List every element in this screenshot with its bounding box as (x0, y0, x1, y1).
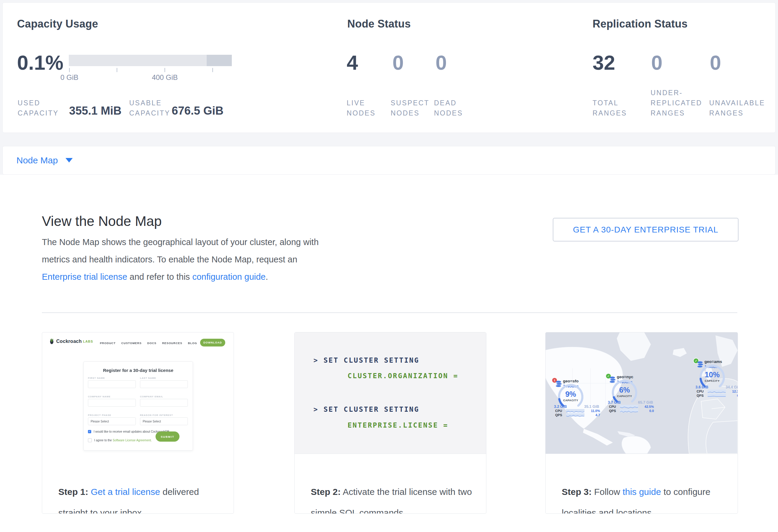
under-replicated-count: 0 (651, 52, 663, 73)
cluster-summary-card: Capacity Usage 0.1% 0 GiB 400 GiB USED C… (2, 2, 776, 133)
node-map-selector[interactable]: Node Map (16, 146, 73, 174)
step1-card: Cockroach LABS PRODUCT CUSTOMERS DOCS RE… (42, 332, 234, 514)
get-trial-license-link[interactable]: Get a trial license (91, 487, 160, 497)
capacity-total: 65.7 GiB (638, 400, 653, 404)
cpu-row: CPU 42.5% (609, 405, 654, 408)
code-line-3: > SET CLUSTER SETTING (313, 405, 419, 413)
step3-pre: Follow (592, 487, 622, 497)
step2-caption: Step 2: Activate the trial license with … (311, 481, 474, 514)
step3-prefix: Step 3: (562, 487, 592, 497)
code-line-4: ENTERPRISE.LICENSE = (347, 421, 448, 429)
locality-name: geo=ams (704, 359, 722, 364)
axis-tick (212, 68, 213, 72)
live-nodes-count: 4 (347, 52, 358, 73)
license-agree-text: I agree to the Software License Agreemen… (94, 439, 152, 442)
total-ranges-count: 32 (593, 52, 615, 73)
step1-prefix: Step 1: (58, 487, 88, 497)
trial-register-form: Register for a 30-day trial license FIRS… (83, 362, 193, 451)
last-name-field (140, 380, 188, 388)
field-label: COMPANY NAME (88, 395, 111, 398)
promo-description-text: and refer to this (127, 272, 192, 282)
qps-sparkline (566, 413, 585, 416)
step2-card: > SET CLUSTER SETTING CLUSTER.ORGANIZATI… (294, 332, 486, 514)
page-title: View the Node Map (42, 213, 162, 229)
sql-code-block: > SET CLUSTER SETTING CLUSTER.ORGANIZATI… (295, 332, 486, 454)
project-phase-select: Please Select (88, 417, 136, 425)
minisite-nav-item: BLOG (188, 341, 197, 345)
cpu-sparkline (566, 409, 585, 412)
qps-row: QPS 4.7 (555, 413, 600, 417)
capacity-label: CAPACITY (611, 395, 638, 398)
axis-tick (164, 68, 165, 72)
section-divider (42, 312, 737, 313)
capacity-total: 34.4 GiB (726, 385, 738, 389)
qps-label: QPS (609, 409, 616, 412)
code-prompt: > (313, 356, 319, 364)
dead-nodes-label: DEAD NODES (434, 98, 470, 118)
qps-value: 0.0 (649, 409, 654, 412)
software-license-link: Software License Agreement. (113, 439, 152, 442)
capacity-used-percent: 0.1% (17, 52, 63, 73)
cpu-row: CPU 12.3% (697, 390, 738, 393)
license-agree-checkbox-row: I agree to the Software License Agreemen… (88, 438, 152, 442)
axis-tick-label-0: 0 GiB (60, 73, 78, 82)
field-label: REASON FOR INTEREST (140, 414, 173, 416)
cpu-label: CPU (609, 405, 616, 408)
caret-down-icon (66, 158, 73, 162)
locality-name: geo=sfo (563, 379, 578, 383)
capacity-bar-reserved-segment (207, 55, 232, 66)
capacity-used: 3.6 GiB (695, 385, 708, 389)
cpu-sparkline (707, 390, 726, 393)
field-label: LAST NAME (140, 377, 156, 379)
minisite-nav-item: RESOURCES (162, 341, 182, 345)
capacity-percent: 10% (698, 370, 726, 379)
qps-sparkline (707, 394, 726, 397)
field-label: FIRST NAME (88, 377, 105, 379)
capacity-percent: 6% (611, 386, 638, 394)
capacity-label: CAPACITY (698, 379, 726, 382)
axis-tick-label-400: 400 GiB (152, 73, 178, 82)
enterprise-trial-license-link[interactable]: Enterprise trial license (42, 272, 127, 282)
node-status-title: Node Status (347, 18, 411, 30)
cockroach-logo-icon (49, 338, 55, 345)
qps-value: 0.0 (737, 394, 738, 397)
qps-value: 4.7 (596, 413, 600, 417)
world-map: 1 geo=sfo 2 Nodes 9% CAPACITY 3.2 GiB 35… (546, 332, 737, 454)
unavailable-count: 0 (710, 52, 721, 73)
qps-label: QPS (555, 413, 562, 417)
license-agree-pre: I agree to the (94, 439, 113, 442)
dead-nodes-count: 0 (436, 52, 447, 73)
node-map-promo-section: View the Node Map The Node Map shows the… (0, 175, 778, 532)
usable-capacity-value: 676.5 GiB (172, 105, 223, 117)
view-selector-bar: Node Map (2, 146, 776, 175)
field-label: PROJECT PHASE (88, 414, 111, 416)
company-email-field (140, 399, 188, 407)
step2-prefix: Step 2: (311, 487, 341, 497)
used-capacity-value: 355.1 MiB (69, 105, 122, 117)
checkbox-checked-icon: ✓ (88, 430, 91, 433)
minisite-submit-button: SUBMIT (156, 432, 179, 442)
capacity-usage-title: Capacity Usage (17, 18, 98, 30)
capacity-used: 3.7 GiB (608, 400, 621, 404)
usable-capacity-label: USABLE CAPACITY (129, 98, 171, 118)
configuration-guide-link[interactable]: configuration guide (192, 272, 265, 282)
cpu-value: 42.5% (644, 405, 654, 408)
qps-sparkline (620, 409, 638, 412)
get-enterprise-trial-button[interactable]: GET A 30-DAY ENTERPRISE TRIAL (553, 218, 738, 241)
minisite-header: Cockroach LABS PRODUCT CUSTOMERS DOCS RE… (42, 332, 234, 351)
under-replicated-label: UNDER-REPLICATED RANGES (650, 88, 704, 118)
step3-card: 1 geo=sfo 2 Nodes 9% CAPACITY 3.2 GiB 35… (545, 332, 738, 514)
capacity-bar (69, 55, 232, 66)
minisite-nav: PRODUCT CUSTOMERS DOCS RESOURCES BLOG (100, 341, 197, 345)
code-line-1: > SET CLUSTER SETTING (313, 356, 419, 364)
capacity-percent: 9% (557, 390, 585, 398)
code-statement: SET CLUSTER SETTING (324, 405, 419, 413)
cockroach-labs-logo: Cockroach LABS (49, 338, 93, 345)
cpu-value: 11.0% (591, 409, 600, 412)
cpu-value: 12.3% (732, 390, 738, 393)
live-nodes-label: LIVE NODES (347, 98, 383, 118)
checkbox-empty-icon (88, 438, 92, 442)
axis-tick (116, 68, 117, 72)
this-guide-link[interactable]: this guide (622, 487, 661, 497)
qps-row: QPS 0.0 (609, 409, 654, 412)
